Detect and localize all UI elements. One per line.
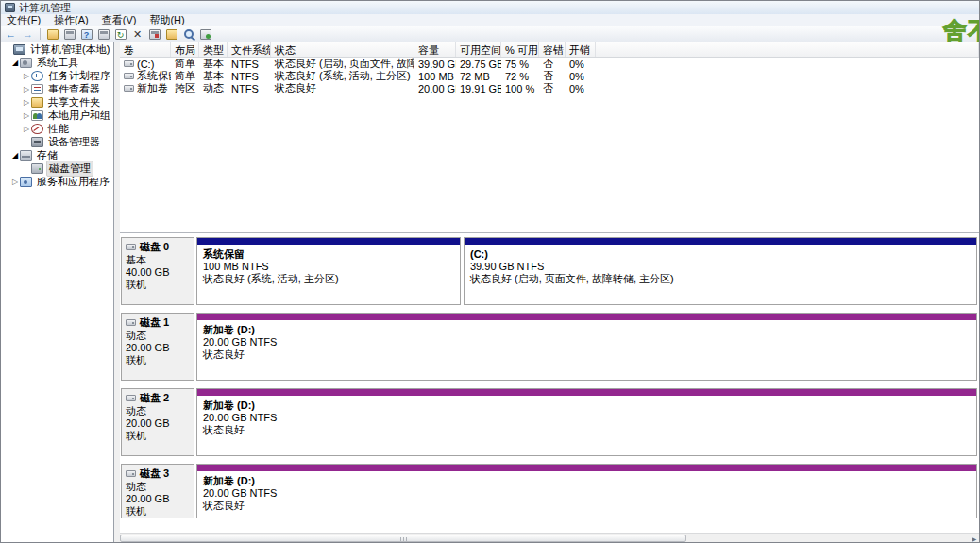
disk-status: 联机: [126, 505, 190, 518]
title-bar[interactable]: 计算机管理: [1, 1, 979, 14]
event-viewer-icon: [31, 84, 43, 94]
column-header-status[interactable]: 状态: [271, 42, 414, 57]
tree-item-task-scheduler[interactable]: ▷ 任务计划程序: [1, 69, 113, 82]
column-header-capacity[interactable]: 容量: [414, 42, 456, 57]
partition-new-volume-d[interactable]: 新加卷 (D:) 20.00 GB NTFS 状态良好: [196, 388, 977, 456]
disk-kind: 动态: [126, 330, 190, 342]
volume-icon: [124, 60, 134, 67]
column-header-volume[interactable]: 卷: [120, 42, 171, 57]
tree-item-local-users[interactable]: ▷ 本地用户和组: [1, 109, 113, 122]
disk-kind: 动态: [126, 481, 190, 493]
partition-color-stripe: [197, 389, 976, 397]
disk-size: 20.00 GB: [126, 493, 190, 505]
column-header-type[interactable]: 类型: [199, 42, 228, 57]
storage-icon: [20, 150, 32, 161]
column-header-filesystem[interactable]: 文件系统: [228, 42, 271, 57]
expand-icon[interactable]: ▷: [22, 111, 31, 120]
tree-item-computer-management[interactable]: 计算机管理(本地): [1, 42, 113, 56]
disk-status: 联机: [126, 279, 190, 291]
app-icon: [5, 3, 15, 12]
disk-management-icon: [31, 163, 43, 174]
open-folder-icon[interactable]: [164, 27, 178, 41]
disk-icon: [126, 470, 136, 477]
toolbar: ← → ? ↻ ✕: [1, 26, 979, 42]
scrollbar-grip: [400, 537, 408, 541]
disk-management-pane: 卷 布局 类型 文件系统 状态 容量 可用空间 % 可用 容错 开销 (C:) …: [120, 42, 979, 542]
column-header-percent-free[interactable]: % 可用: [501, 42, 539, 57]
column-header-layout[interactable]: 布局: [171, 42, 199, 57]
menu-view[interactable]: 查看(V): [102, 13, 137, 27]
delete-icon[interactable]: ✕: [130, 27, 144, 41]
expand-icon[interactable]: ▷: [22, 125, 31, 133]
column-header-overhead[interactable]: 开销: [566, 42, 596, 57]
console-window-2-icon[interactable]: [96, 27, 110, 41]
scroll-right-arrow[interactable]: ▶: [970, 534, 979, 543]
tree-item-performance[interactable]: ▷ 性能: [1, 122, 113, 135]
disk-1-header[interactable]: 磁盘 1 动态 20.00 GB 联机: [121, 313, 194, 381]
disk-1-block: 磁盘 1 动态 20.00 GB 联机 新加卷 (D:) 20.00 GB NT…: [121, 313, 977, 381]
tree-item-shared-folders[interactable]: ▷ 共享文件夹: [1, 95, 113, 109]
disk-size: 20.00 GB: [126, 342, 190, 354]
local-users-icon: [31, 110, 43, 121]
console-tree: 计算机管理(本地) ◢ 系统工具 ▷ 任务计划程序 ▷ 事件查看器 ▷ 共享文件…: [1, 42, 114, 542]
volume-icon: [124, 73, 134, 79]
tree-item-services-applications[interactable]: ▷ 服务和应用程序: [1, 175, 113, 188]
horizontal-scrollbar[interactable]: ▶: [120, 533, 979, 542]
device-manager-icon: [31, 137, 43, 147]
menu-bar: 文件(F) 操作(A) 查看(V) 帮助(H): [1, 14, 979, 26]
refresh-icon[interactable]: ↻: [113, 27, 127, 41]
back-icon[interactable]: ←: [4, 27, 18, 41]
disk-2-header[interactable]: 磁盘 2 动态 20.00 GB 联机: [121, 388, 194, 456]
help-icon[interactable]: ?: [79, 27, 93, 41]
scrollbar-thumb[interactable]: [120, 535, 686, 542]
tree-item-system-tools[interactable]: ◢ 系统工具: [1, 56, 113, 69]
console-window-icon[interactable]: [62, 27, 76, 41]
column-header-filler: [596, 42, 979, 57]
disk-kind: 动态: [126, 405, 190, 417]
task-scheduler-icon: [31, 71, 43, 81]
partition-color-stripe: [197, 314, 976, 321]
disk-3-header[interactable]: 磁盘 3 动态 20.00 GB 联机: [121, 464, 194, 518]
column-header-free-space[interactable]: 可用空间: [456, 42, 501, 57]
disk-size: 40.00 GB: [126, 266, 190, 279]
partition-color-stripe: [465, 238, 976, 246]
partition-new-volume-d[interactable]: 新加卷 (D:) 20.00 GB NTFS 状态良好: [196, 464, 977, 518]
partition-color-stripe: [197, 238, 460, 246]
volume-row-new-volume[interactable]: 新加卷 ... 跨区 动态 NTFS 状态良好 20.00 GB 19.91 G…: [120, 82, 979, 94]
menu-action[interactable]: 操作(A): [54, 13, 89, 27]
properties-icon[interactable]: [147, 27, 161, 41]
column-header-fault-tolerance[interactable]: 容错: [539, 42, 566, 57]
disk-status: 联机: [126, 430, 190, 442]
disk-2-block: 磁盘 2 动态 20.00 GB 联机 新加卷 (D:) 20.00 GB NT…: [121, 388, 977, 456]
disk-kind: 基本: [126, 254, 190, 266]
disk-0-block: 磁盘 0 基本 40.00 GB 联机 系统保留 100 MB NTFS 状态良…: [121, 237, 977, 305]
menu-file[interactable]: 文件(F): [7, 13, 41, 27]
update-icon[interactable]: [198, 27, 212, 41]
partition-system-reserved[interactable]: 系统保留 100 MB NTFS 状态良好 (系统, 活动, 主分区): [196, 237, 461, 305]
computer-management-window: 计算机管理 文件(F) 操作(A) 查看(V) 帮助(H) ← → ? ↻ ✕ …: [0, 0, 980, 543]
expand-icon[interactable]: ▷: [10, 178, 20, 186]
disk-graphical-view: 磁盘 0 基本 40.00 GB 联机 系统保留 100 MB NTFS 状态良…: [120, 233, 979, 533]
performance-icon: [31, 124, 43, 134]
disk-icon: [126, 395, 136, 401]
computer-icon: [13, 44, 25, 55]
find-icon[interactable]: [181, 27, 195, 41]
menu-help[interactable]: 帮助(H): [149, 13, 184, 27]
partition-new-volume-d[interactable]: 新加卷 (D:) 20.00 GB NTFS 状态良好: [196, 313, 977, 381]
system-tools-icon: [20, 58, 32, 68]
tree-item-disk-management[interactable]: 磁盘管理: [1, 161, 113, 175]
forward-icon[interactable]: →: [21, 27, 35, 41]
tree-item-event-viewer[interactable]: ▷ 事件查看器: [1, 82, 113, 95]
expand-icon[interactable]: ▷: [22, 85, 31, 93]
collapse-icon[interactable]: ◢: [10, 59, 20, 67]
tree-item-storage[interactable]: ◢ 存储: [1, 148, 113, 161]
expand-icon[interactable]: ▷: [22, 72, 31, 80]
partition-c[interactable]: (C:) 39.90 GB NTFS 状态良好 (启动, 页面文件, 故障转储,…: [464, 237, 977, 305]
volume-list: 卷 布局 类型 文件系统 状态 容量 可用空间 % 可用 容错 开销 (C:) …: [120, 42, 979, 233]
tree-item-device-manager[interactable]: 设备管理器: [1, 135, 113, 148]
disk-0-header[interactable]: 磁盘 0 基本 40.00 GB 联机: [121, 237, 194, 305]
collapse-icon[interactable]: ◢: [10, 151, 20, 160]
up-folder-icon[interactable]: [45, 27, 59, 41]
expand-icon[interactable]: ▷: [22, 98, 31, 107]
services-icon: [20, 177, 32, 187]
